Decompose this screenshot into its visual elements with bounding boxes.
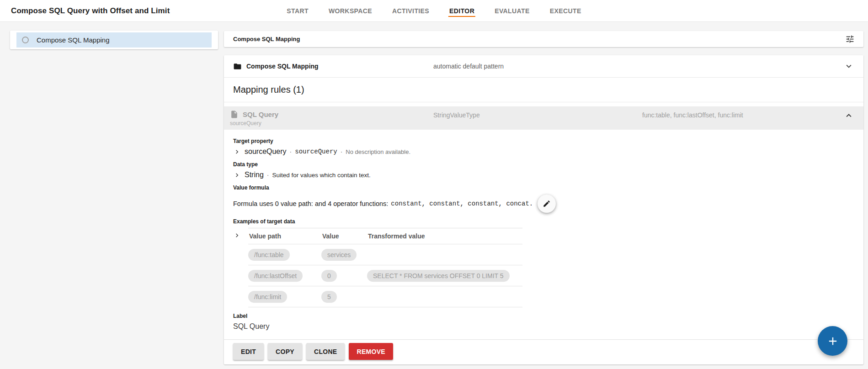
edit-formula-button[interactable] [538, 195, 556, 213]
formula-functions: constant, constant, constant, concat. [391, 200, 533, 207]
data-type-description: Suited for values which contain text. [272, 172, 370, 179]
column-header-transformed-value: Transformed value [367, 232, 522, 240]
target-property-name: sourceQuery [245, 148, 287, 156]
panel-title: Compose SQL Mapping [233, 36, 300, 42]
clone-button[interactable]: CLONE [306, 343, 345, 360]
rule-actions: EDIT COPY CLONE REMOVE [224, 339, 863, 364]
value-path-chip: /func:limit [248, 291, 287, 303]
label-field-value: SQL Query [233, 322, 854, 331]
panel-header: Compose SQL Mapping [224, 31, 863, 47]
separator-dot: · [290, 148, 292, 155]
chevron-right-icon[interactable] [233, 232, 241, 239]
value-chip: services [321, 249, 357, 261]
table-row: /func:lastOffset 0 SELECT * FROM service… [248, 265, 522, 286]
separator-dot: · [267, 171, 269, 179]
data-type-label: Data type [233, 161, 854, 168]
folder-icon [233, 62, 242, 71]
add-rule-fab[interactable] [818, 326, 847, 356]
sidebar-item-label: Compose SQL Mapping [37, 36, 110, 44]
app-root: Compose SQL Query with Offset and Limit … [0, 0, 868, 369]
rule-value-paths: func:table, func:lastOffset, func:limit [642, 110, 841, 119]
formula-summary: Formula uses 0 value path: and 4 operato… [233, 200, 388, 207]
rule-name: SQL Query [243, 111, 278, 118]
mapping-rules-heading: Mapping rules (1) [224, 78, 863, 102]
mapping-title-group: Compose SQL Mapping [233, 62, 433, 71]
rule-detail: Target property sourceQuery · sourceQuer… [224, 130, 863, 339]
column-header-value: Value [321, 232, 367, 240]
table-row: /func:table services [248, 244, 522, 265]
examples-label: Examples of target data [233, 218, 854, 225]
label-field-label: Label [233, 313, 854, 319]
value-path-chip: /func:lastOffset [248, 270, 303, 282]
value-chip: 0 [321, 270, 337, 282]
target-property-label: Target property [233, 138, 854, 144]
rule-target-property: sourceQuery [230, 120, 433, 127]
separator-dot: · [341, 148, 343, 155]
rule-header[interactable]: SQL Query sourceQuery StringValueType fu… [224, 106, 863, 130]
nav-item-evaluate[interactable]: EVALUATE [494, 5, 531, 17]
value-formula-label: Value formula [233, 184, 854, 191]
chevron-right-icon[interactable] [233, 171, 241, 179]
value-formula-row: Formula uses 0 value path: and 4 operato… [233, 195, 854, 213]
rule-identity: SQL Query sourceQuery [233, 110, 433, 127]
page-title: Compose SQL Query with Offset and Limit [11, 0, 170, 22]
nav-item-execute[interactable]: EXECUTE [549, 5, 582, 17]
examples-table: Value path Value Transformed value /func… [248, 228, 522, 307]
tune-icon[interactable] [844, 33, 856, 45]
nav-item-start[interactable]: START [286, 5, 309, 17]
top-bar: Compose SQL Query with Offset and Limit … [0, 0, 868, 22]
main-nav: START WORKSPACE ACTIVITIES EDITOR EVALUA… [286, 0, 582, 22]
chevron-down-icon[interactable] [841, 61, 856, 71]
radio-unchecked-icon[interactable] [22, 37, 29, 43]
sidebar-item-compose-sql-mapping[interactable]: Compose SQL Mapping [16, 32, 212, 47]
remove-button[interactable]: REMOVE [349, 343, 393, 360]
nav-item-workspace[interactable]: WORKSPACE [328, 5, 373, 17]
plus-icon [826, 335, 839, 348]
target-property-path: sourceQuery [295, 148, 337, 155]
pencil-icon [543, 200, 551, 208]
rule-value-type: StringValueType [433, 110, 642, 119]
mapping-card: Compose SQL Mapping automatic default pa… [224, 55, 863, 364]
mapping-list-card: Compose SQL Mapping [10, 31, 218, 49]
nav-item-activities[interactable]: ACTIVITIES [391, 5, 430, 17]
target-property-description: No description available. [346, 148, 410, 155]
copy-button[interactable]: COPY [268, 343, 302, 360]
mapping-title: Compose SQL Mapping [246, 63, 319, 70]
examples-table-header: Value path Value Transformed value [248, 228, 522, 244]
nav-item-editor[interactable]: EDITOR [448, 5, 475, 17]
chevron-right-icon[interactable] [233, 148, 241, 156]
data-type-row: String · Suited for values which contain… [233, 171, 854, 179]
mapping-pattern: automatic default pattern [433, 63, 642, 70]
table-row: /func:limit 5 [248, 286, 522, 307]
target-property-row: sourceQuery · sourceQuery · No descripti… [233, 148, 854, 156]
file-icon [230, 110, 239, 119]
column-header-value-path: Value path [248, 232, 321, 240]
chevron-up-icon[interactable] [841, 110, 856, 121]
mapping-card-header[interactable]: Compose SQL Mapping automatic default pa… [224, 55, 863, 78]
value-path-chip: /func:table [248, 249, 290, 261]
transformed-value-chip: SELECT * FROM services OFFSET 0 LIMIT 5 [367, 270, 510, 282]
value-chip: 5 [321, 291, 337, 303]
data-type-name: String [245, 171, 264, 179]
edit-button[interactable]: EDIT [233, 343, 264, 360]
examples-section: Value path Value Transformed value /func… [233, 228, 854, 307]
